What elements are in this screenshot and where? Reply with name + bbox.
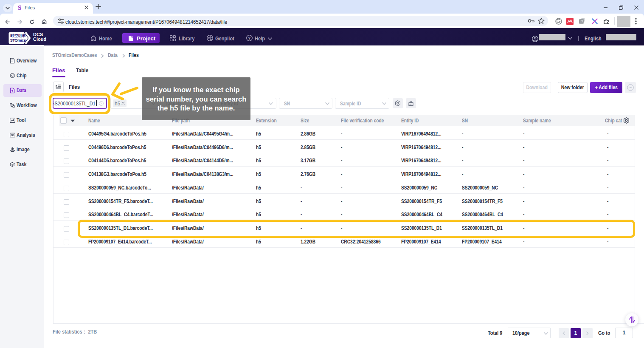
svg-text:STOmics: STOmics [10,38,26,42]
svg-text:时空组学: 时空组学 [11,34,26,38]
svg-text:?: ? [248,36,251,40]
